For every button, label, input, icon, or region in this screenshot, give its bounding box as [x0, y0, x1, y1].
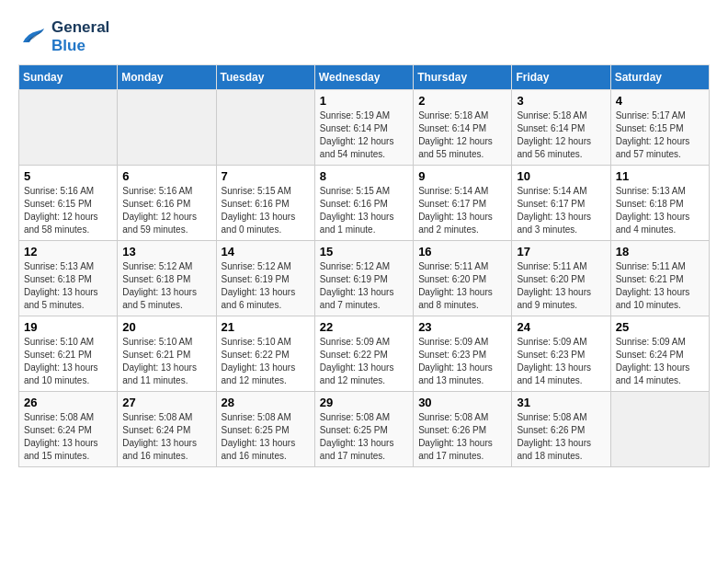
day-number: 31: [517, 396, 605, 409]
day-number: 7: [222, 169, 310, 183]
logo-text: General Blue: [51, 18, 109, 55]
calendar-day-cell: 15Sunrise: 5:12 AM Sunset: 6:19 PM Dayli…: [314, 241, 413, 316]
day-number: 12: [24, 245, 112, 259]
day-info: Sunrise: 5:16 AM Sunset: 6:16 PM Dayligh…: [122, 185, 210, 236]
day-number: 16: [418, 245, 506, 259]
calendar-week-row: 12Sunrise: 5:13 AM Sunset: 6:18 PM Dayli…: [19, 241, 710, 316]
day-number: 29: [320, 396, 408, 409]
day-number: 6: [122, 169, 210, 183]
calendar-day-cell: 7Sunrise: 5:15 AM Sunset: 6:16 PM Daylig…: [216, 166, 314, 241]
day-number: 23: [418, 320, 506, 334]
day-number: 21: [222, 320, 310, 334]
day-number: 8: [320, 169, 408, 183]
calendar-day-cell: 1Sunrise: 5:19 AM Sunset: 6:14 PM Daylig…: [314, 90, 413, 166]
day-info: Sunrise: 5:15 AM Sunset: 6:16 PM Dayligh…: [320, 185, 408, 236]
day-info: Sunrise: 5:10 AM Sunset: 6:21 PM Dayligh…: [24, 336, 112, 387]
day-number: 22: [320, 320, 408, 334]
calendar-day-cell: 4Sunrise: 5:17 AM Sunset: 6:15 PM Daylig…: [610, 90, 709, 166]
day-of-week-header: Thursday: [414, 65, 512, 90]
day-info: Sunrise: 5:14 AM Sunset: 6:17 PM Dayligh…: [517, 185, 605, 236]
calendar-day-cell: 9Sunrise: 5:14 AM Sunset: 6:17 PM Daylig…: [414, 166, 512, 241]
calendar-week-row: 1Sunrise: 5:19 AM Sunset: 6:14 PM Daylig…: [19, 90, 710, 166]
calendar-day-cell: 19Sunrise: 5:10 AM Sunset: 6:21 PM Dayli…: [19, 316, 118, 392]
day-number: 14: [222, 245, 310, 259]
logo: General Blue: [18, 18, 109, 55]
calendar-header-row: SundayMondayTuesdayWednesdayThursdayFrid…: [19, 65, 710, 90]
calendar-day-cell: 17Sunrise: 5:11 AM Sunset: 6:20 PM Dayli…: [512, 241, 610, 316]
calendar-day-cell: 3Sunrise: 5:18 AM Sunset: 6:14 PM Daylig…: [512, 90, 610, 166]
calendar-table: SundayMondayTuesdayWednesdayThursdayFrid…: [18, 64, 710, 467]
calendar-day-cell: [118, 90, 216, 166]
day-info: Sunrise: 5:12 AM Sunset: 6:19 PM Dayligh…: [222, 260, 310, 312]
day-number: 9: [418, 169, 506, 183]
calendar-day-cell: 26Sunrise: 5:08 AM Sunset: 6:24 PM Dayli…: [19, 392, 118, 467]
day-info: Sunrise: 5:09 AM Sunset: 6:23 PM Dayligh…: [418, 336, 506, 387]
day-info: Sunrise: 5:08 AM Sunset: 6:26 PM Dayligh…: [517, 411, 605, 463]
day-of-week-header: Sunday: [19, 65, 118, 90]
day-info: Sunrise: 5:08 AM Sunset: 6:25 PM Dayligh…: [320, 411, 408, 463]
day-info: Sunrise: 5:09 AM Sunset: 6:22 PM Dayligh…: [320, 336, 408, 387]
day-info: Sunrise: 5:19 AM Sunset: 6:14 PM Dayligh…: [320, 109, 408, 161]
day-number: 10: [517, 169, 605, 183]
day-info: Sunrise: 5:15 AM Sunset: 6:16 PM Dayligh…: [222, 185, 310, 236]
day-info: Sunrise: 5:16 AM Sunset: 6:15 PM Dayligh…: [24, 185, 112, 236]
calendar-day-cell: 31Sunrise: 5:08 AM Sunset: 6:26 PM Dayli…: [512, 392, 610, 467]
day-info: Sunrise: 5:09 AM Sunset: 6:24 PM Dayligh…: [616, 336, 704, 387]
day-info: Sunrise: 5:09 AM Sunset: 6:23 PM Dayligh…: [517, 336, 605, 387]
day-number: 17: [517, 245, 605, 259]
calendar-day-cell: 2Sunrise: 5:18 AM Sunset: 6:14 PM Daylig…: [414, 90, 512, 166]
day-info: Sunrise: 5:08 AM Sunset: 6:24 PM Dayligh…: [122, 411, 210, 463]
page-header: General Blue: [18, 18, 710, 55]
day-info: Sunrise: 5:08 AM Sunset: 6:24 PM Dayligh…: [24, 411, 112, 463]
day-number: 24: [517, 320, 605, 334]
day-number: 18: [616, 245, 704, 259]
day-info: Sunrise: 5:11 AM Sunset: 6:21 PM Dayligh…: [616, 260, 704, 312]
day-number: 28: [222, 396, 310, 409]
day-info: Sunrise: 5:18 AM Sunset: 6:14 PM Dayligh…: [418, 109, 506, 161]
day-number: 5: [24, 169, 112, 183]
calendar-day-cell: 8Sunrise: 5:15 AM Sunset: 6:16 PM Daylig…: [314, 166, 413, 241]
day-info: Sunrise: 5:13 AM Sunset: 6:18 PM Dayligh…: [616, 185, 704, 236]
day-info: Sunrise: 5:12 AM Sunset: 6:19 PM Dayligh…: [320, 260, 408, 312]
calendar-day-cell: 22Sunrise: 5:09 AM Sunset: 6:22 PM Dayli…: [314, 316, 413, 392]
calendar-day-cell: 21Sunrise: 5:10 AM Sunset: 6:22 PM Dayli…: [216, 316, 314, 392]
calendar-day-cell: 10Sunrise: 5:14 AM Sunset: 6:17 PM Dayli…: [512, 166, 610, 241]
day-number: 15: [320, 245, 408, 259]
calendar-week-row: 5Sunrise: 5:16 AM Sunset: 6:15 PM Daylig…: [19, 166, 710, 241]
day-info: Sunrise: 5:11 AM Sunset: 6:20 PM Dayligh…: [517, 260, 605, 312]
day-info: Sunrise: 5:14 AM Sunset: 6:17 PM Dayligh…: [418, 185, 506, 236]
day-number: 25: [616, 320, 704, 334]
day-of-week-header: Wednesday: [314, 65, 413, 90]
day-number: 20: [122, 320, 210, 334]
day-number: 27: [122, 396, 210, 409]
day-of-week-header: Saturday: [610, 65, 709, 90]
calendar-day-cell: 20Sunrise: 5:10 AM Sunset: 6:21 PM Dayli…: [118, 316, 216, 392]
day-of-week-header: Monday: [118, 65, 216, 90]
calendar-day-cell: [19, 90, 118, 166]
day-number: 3: [517, 94, 605, 108]
day-info: Sunrise: 5:11 AM Sunset: 6:20 PM Dayligh…: [418, 260, 506, 312]
day-info: Sunrise: 5:08 AM Sunset: 6:26 PM Dayligh…: [418, 411, 506, 463]
calendar-day-cell: 29Sunrise: 5:08 AM Sunset: 6:25 PM Dayli…: [314, 392, 413, 467]
day-info: Sunrise: 5:08 AM Sunset: 6:25 PM Dayligh…: [222, 411, 310, 463]
day-info: Sunrise: 5:13 AM Sunset: 6:18 PM Dayligh…: [24, 260, 112, 312]
day-number: 26: [24, 396, 112, 409]
calendar-day-cell: 12Sunrise: 5:13 AM Sunset: 6:18 PM Dayli…: [19, 241, 118, 316]
calendar-day-cell: 28Sunrise: 5:08 AM Sunset: 6:25 PM Dayli…: [216, 392, 314, 467]
day-info: Sunrise: 5:10 AM Sunset: 6:22 PM Dayligh…: [222, 336, 310, 387]
calendar-day-cell: 14Sunrise: 5:12 AM Sunset: 6:19 PM Dayli…: [216, 241, 314, 316]
calendar-day-cell: [216, 90, 314, 166]
day-number: 4: [616, 94, 704, 108]
calendar-day-cell: 6Sunrise: 5:16 AM Sunset: 6:16 PM Daylig…: [118, 166, 216, 241]
calendar-day-cell: 13Sunrise: 5:12 AM Sunset: 6:18 PM Dayli…: [118, 241, 216, 316]
calendar-day-cell: 23Sunrise: 5:09 AM Sunset: 6:23 PM Dayli…: [414, 316, 512, 392]
day-of-week-header: Tuesday: [216, 65, 314, 90]
day-number: 1: [320, 94, 408, 108]
day-info: Sunrise: 5:17 AM Sunset: 6:15 PM Dayligh…: [616, 109, 704, 161]
day-number: 30: [418, 396, 506, 409]
calendar-week-row: 19Sunrise: 5:10 AM Sunset: 6:21 PM Dayli…: [19, 316, 710, 392]
day-of-week-header: Friday: [512, 65, 610, 90]
day-number: 13: [122, 245, 210, 259]
calendar-day-cell: 16Sunrise: 5:11 AM Sunset: 6:20 PM Dayli…: [414, 241, 512, 316]
logo-icon: [18, 26, 46, 48]
